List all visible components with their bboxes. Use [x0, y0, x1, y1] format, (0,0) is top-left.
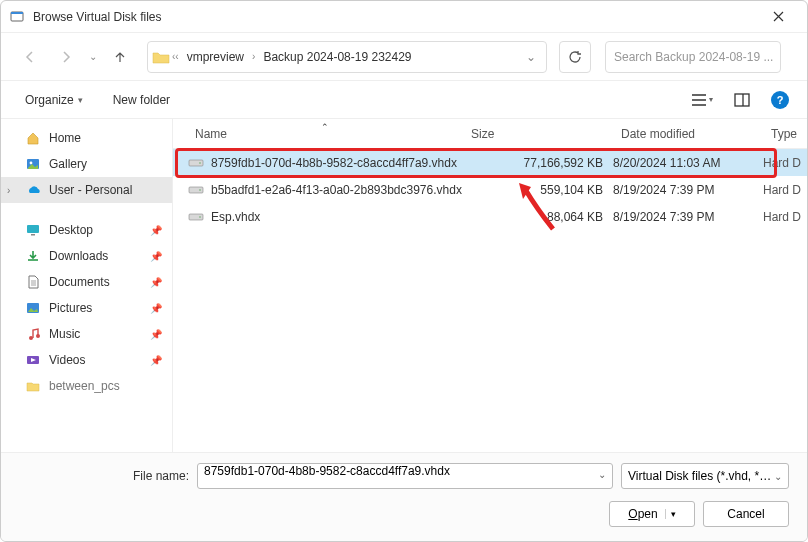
- disk-icon: [187, 212, 205, 222]
- sidebar-item-documents[interactable]: Documents 📌: [1, 269, 172, 295]
- app-icon: [9, 9, 25, 25]
- pin-icon: 📌: [150, 277, 162, 288]
- pin-icon: 📌: [150, 225, 162, 236]
- file-date: 8/20/2024 11:03 AM: [613, 156, 763, 170]
- filename-input[interactable]: 8759fdb1-070d-4b8b-9582-c8accd4ff7a9.vhd…: [197, 463, 613, 489]
- file-list: ⌃ Name Size Date modified Type 8759fdb1-…: [173, 119, 807, 459]
- organize-menu[interactable]: Organize ▾: [19, 89, 89, 111]
- folder-icon: [152, 50, 170, 64]
- title-bar: Browse Virtual Disk files: [1, 1, 807, 33]
- disk-icon: [187, 158, 205, 168]
- main-area: Home Gallery › User - Personal Desktop 📌…: [1, 119, 807, 459]
- desktop-icon: [25, 222, 41, 238]
- bottom-panel: File name: 8759fdb1-070d-4b8b-9582-c8acc…: [1, 452, 807, 541]
- file-name: b5badfd1-e2a6-4f13-a0a0-2b893bdc3976.vhd…: [211, 183, 463, 197]
- sidebar-item-label: Desktop: [49, 223, 93, 237]
- breadcrumb-vmpreview[interactable]: vmpreview: [181, 48, 250, 66]
- preview-pane-button[interactable]: [731, 89, 753, 111]
- sidebar-item-desktop[interactable]: Desktop 📌: [1, 217, 172, 243]
- svg-rect-16: [189, 214, 203, 220]
- column-type[interactable]: Type: [763, 127, 807, 141]
- file-row[interactable]: 8759fdb1-070d-4b8b-9582-c8accd4ff7a9.vhd…: [173, 149, 807, 176]
- new-folder-button[interactable]: New folder: [107, 89, 176, 111]
- file-type: Hard D: [763, 210, 807, 224]
- view-list-button[interactable]: ▾: [691, 89, 713, 111]
- cancel-button[interactable]: Cancel: [703, 501, 789, 527]
- svg-point-10: [36, 334, 40, 338]
- new-folder-label: New folder: [113, 93, 170, 107]
- split-button-chevron-icon[interactable]: ▾: [665, 509, 676, 519]
- sidebar-item-label: Music: [49, 327, 80, 341]
- column-date[interactable]: Date modified: [613, 127, 763, 141]
- address-bar[interactable]: ‹‹ vmpreview › Backup 2024-08-19 232429 …: [147, 41, 547, 73]
- file-type-filter[interactable]: Virtual Disk files (*.vhd, *.vhdx) ⌄: [621, 463, 789, 489]
- window-title: Browse Virtual Disk files: [33, 10, 757, 24]
- navigation-pane: Home Gallery › User - Personal Desktop 📌…: [1, 119, 173, 459]
- sidebar-item-between-pcs[interactable]: between_pcs: [1, 373, 172, 399]
- close-button[interactable]: [757, 2, 799, 32]
- pin-icon: 📌: [150, 251, 162, 262]
- cancel-label: Cancel: [727, 507, 764, 521]
- file-row[interactable]: b5badfd1-e2a6-4f13-a0a0-2b893bdc3976.vhd…: [173, 176, 807, 203]
- documents-icon: [25, 274, 41, 290]
- chevron-down-icon: ⌄: [774, 471, 782, 482]
- svg-point-17: [199, 216, 201, 218]
- refresh-button[interactable]: [559, 41, 591, 73]
- sidebar-item-label: Documents: [49, 275, 110, 289]
- disk-icon: [187, 185, 205, 195]
- filename-label: File name:: [19, 469, 189, 483]
- up-button[interactable]: [105, 42, 135, 72]
- sidebar-item-label: Downloads: [49, 249, 108, 263]
- pin-icon: 📌: [150, 303, 162, 314]
- svg-rect-7: [31, 234, 35, 236]
- sidebar-item-downloads[interactable]: Downloads 📌: [1, 243, 172, 269]
- file-date: 8/19/2024 7:39 PM: [613, 183, 763, 197]
- svg-point-13: [199, 162, 201, 164]
- chevron-right-icon: ›: [7, 185, 10, 196]
- sidebar-item-label: Gallery: [49, 157, 87, 171]
- pin-icon: 📌: [150, 329, 162, 340]
- file-type: Hard D: [763, 156, 807, 170]
- file-type: Hard D: [763, 183, 807, 197]
- onedrive-icon: [25, 182, 41, 198]
- recent-dropdown[interactable]: ⌄: [87, 51, 99, 62]
- column-size[interactable]: Size: [463, 127, 613, 141]
- file-size: 559,104 KB: [463, 183, 613, 197]
- chevron-down-icon[interactable]: ⌄: [598, 469, 606, 480]
- sidebar-item-label: Videos: [49, 353, 85, 367]
- sidebar-item-music[interactable]: Music 📌: [1, 321, 172, 347]
- command-bar: Organize ▾ New folder ▾ ?: [1, 81, 807, 119]
- open-button[interactable]: Open ▾: [609, 501, 695, 527]
- search-input[interactable]: Search Backup 2024-08-19 ...: [605, 41, 781, 73]
- column-name[interactable]: ⌃ Name: [187, 127, 463, 141]
- sidebar-item-label: Home: [49, 131, 81, 145]
- file-size: 88,064 KB: [463, 210, 613, 224]
- pictures-icon: [25, 300, 41, 316]
- crumb-sep-icon[interactable]: ‹‹: [172, 51, 179, 62]
- file-name: 8759fdb1-070d-4b8b-9582-c8accd4ff7a9.vhd…: [211, 156, 463, 170]
- file-date: 8/19/2024 7:39 PM: [613, 210, 763, 224]
- folder-icon: [25, 378, 41, 394]
- file-size: 77,166,592 KB: [463, 156, 613, 170]
- sidebar-item-pictures[interactable]: Pictures 📌: [1, 295, 172, 321]
- file-row[interactable]: Esp.vhdx 88,064 KB 8/19/2024 7:39 PM Har…: [173, 203, 807, 230]
- sidebar-item-videos[interactable]: Videos 📌: [1, 347, 172, 373]
- sidebar-item-user-personal[interactable]: › User - Personal: [1, 177, 172, 203]
- svg-rect-1: [11, 12, 23, 14]
- filename-value: 8759fdb1-070d-4b8b-9582-c8accd4ff7a9.vhd…: [204, 464, 450, 478]
- forward-button[interactable]: [51, 42, 81, 72]
- nav-bar: ⌄ ‹‹ vmpreview › Backup 2024-08-19 23242…: [1, 33, 807, 81]
- help-button[interactable]: ?: [771, 91, 789, 109]
- sidebar-item-label: between_pcs: [49, 379, 120, 393]
- svg-point-5: [30, 162, 33, 165]
- sort-indicator-icon: ⌃: [321, 122, 329, 132]
- back-button[interactable]: [15, 42, 45, 72]
- breadcrumb-backup[interactable]: Backup 2024-08-19 232429: [257, 48, 417, 66]
- svg-rect-2: [735, 94, 749, 106]
- address-dropdown[interactable]: ⌄: [520, 50, 542, 64]
- organize-label: Organize: [25, 93, 74, 107]
- sidebar-item-gallery[interactable]: Gallery: [1, 151, 172, 177]
- column-headers: ⌃ Name Size Date modified Type: [173, 119, 807, 149]
- chevron-right-icon: ›: [252, 51, 255, 62]
- sidebar-item-home[interactable]: Home: [1, 125, 172, 151]
